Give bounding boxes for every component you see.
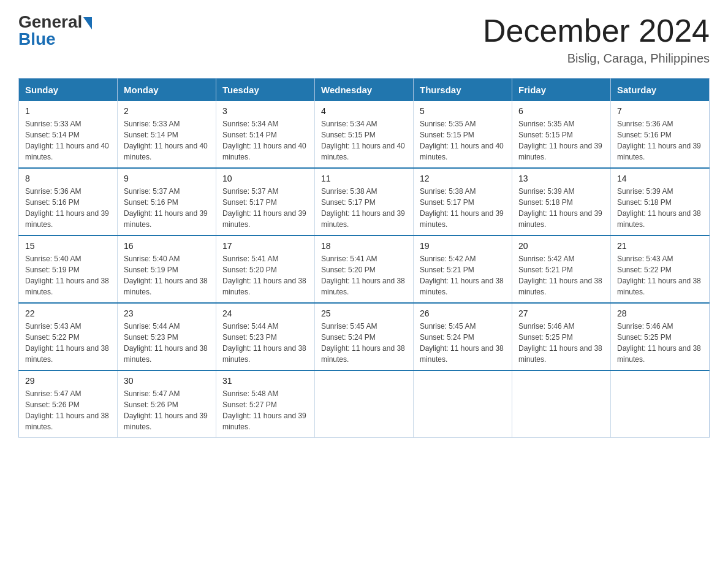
day-number: 18 [321,241,407,251]
calendar-cell: 15 Sunrise: 5:40 AMSunset: 5:19 PMDaylig… [19,236,118,303]
calendar-cell: 31 Sunrise: 5:48 AMSunset: 5:27 PMDaylig… [216,370,315,438]
calendar-cell: 23 Sunrise: 5:44 AMSunset: 5:23 PMDaylig… [118,303,216,370]
calendar-body: 1 Sunrise: 5:33 AMSunset: 5:14 PMDayligh… [19,101,710,438]
day-info: Sunrise: 5:41 AMSunset: 5:20 PMDaylight:… [222,255,306,296]
calendar-cell: 19 Sunrise: 5:42 AMSunset: 5:21 PMDaylig… [414,236,512,303]
day-info: Sunrise: 5:35 AMSunset: 5:15 PMDaylight:… [420,120,504,161]
calendar-cell: 11 Sunrise: 5:38 AMSunset: 5:17 PMDaylig… [315,168,414,236]
day-info: Sunrise: 5:40 AMSunset: 5:19 PMDaylight:… [124,255,208,296]
calendar-week-row: 1 Sunrise: 5:33 AMSunset: 5:14 PMDayligh… [19,101,710,168]
calendar-week-row: 22 Sunrise: 5:43 AMSunset: 5:22 PMDaylig… [19,303,710,370]
day-info: Sunrise: 5:44 AMSunset: 5:23 PMDaylight:… [124,322,208,364]
day-info: Sunrise: 5:39 AMSunset: 5:18 PMDaylight:… [518,187,602,229]
day-info: Sunrise: 5:48 AMSunset: 5:27 PMDaylight:… [222,389,306,431]
day-info: Sunrise: 5:34 AMSunset: 5:15 PMDaylight:… [321,120,405,161]
day-number: 9 [124,174,210,183]
day-number: 21 [617,241,703,251]
day-info: Sunrise: 5:36 AMSunset: 5:16 PMDaylight:… [25,187,109,229]
day-info: Sunrise: 5:46 AMSunset: 5:25 PMDaylight:… [617,322,701,364]
day-number: 10 [222,174,308,183]
day-info: Sunrise: 5:39 AMSunset: 5:18 PMDaylight:… [617,187,701,229]
day-info: Sunrise: 5:36 AMSunset: 5:16 PMDaylight:… [617,120,701,161]
day-number: 7 [617,106,703,116]
calendar-cell: 22 Sunrise: 5:43 AMSunset: 5:22 PMDaylig… [19,303,118,370]
calendar-cell: 9 Sunrise: 5:37 AMSunset: 5:16 PMDayligh… [118,168,216,236]
calendar-cell [611,370,710,438]
day-info: Sunrise: 5:38 AMSunset: 5:17 PMDaylight:… [321,187,405,229]
calendar-cell: 1 Sunrise: 5:33 AMSunset: 5:14 PMDayligh… [19,101,118,168]
day-number: 25 [321,308,407,318]
calendar-table: SundayMondayTuesdayWednesdayThursdayFrid… [18,78,710,438]
day-info: Sunrise: 5:34 AMSunset: 5:14 PMDaylight:… [222,120,306,161]
calendar-week-row: 15 Sunrise: 5:40 AMSunset: 5:19 PMDaylig… [19,236,710,303]
day-number: 2 [124,106,210,116]
calendar-cell: 10 Sunrise: 5:37 AMSunset: 5:17 PMDaylig… [216,168,315,236]
day-info: Sunrise: 5:47 AMSunset: 5:26 PMDaylight:… [124,389,208,431]
page-header: General Blue December 2024 Bislig, Carag… [18,12,710,66]
calendar-cell: 21 Sunrise: 5:43 AMSunset: 5:22 PMDaylig… [611,236,710,303]
day-info: Sunrise: 5:42 AMSunset: 5:21 PMDaylight:… [420,255,504,296]
day-number: 6 [518,106,604,116]
day-number: 16 [124,241,210,251]
calendar-cell: 13 Sunrise: 5:39 AMSunset: 5:18 PMDaylig… [512,168,611,236]
day-info: Sunrise: 5:45 AMSunset: 5:24 PMDaylight:… [321,322,405,364]
day-number: 26 [420,308,506,318]
calendar-cell [315,370,414,438]
day-number: 8 [25,174,111,183]
calendar-header: SundayMondayTuesdayWednesdayThursdayFrid… [19,79,710,102]
logo-arrow-icon [83,17,92,29]
day-number: 1 [25,106,111,116]
calendar-week-row: 8 Sunrise: 5:36 AMSunset: 5:16 PMDayligh… [19,168,710,236]
header-cell-monday: Monday [118,79,216,102]
calendar-cell: 20 Sunrise: 5:42 AMSunset: 5:21 PMDaylig… [512,236,611,303]
day-info: Sunrise: 5:41 AMSunset: 5:20 PMDaylight:… [321,255,405,296]
calendar-cell: 7 Sunrise: 5:36 AMSunset: 5:16 PMDayligh… [611,101,710,168]
title-section: December 2024 Bislig, Caraga, Philippine… [483,12,710,66]
day-number: 29 [25,376,111,386]
calendar-cell: 14 Sunrise: 5:39 AMSunset: 5:18 PMDaylig… [611,168,710,236]
day-info: Sunrise: 5:43 AMSunset: 5:22 PMDaylight:… [617,255,701,296]
day-number: 12 [420,174,506,183]
day-number: 4 [321,106,407,116]
day-number: 19 [420,241,506,251]
header-cell-tuesday: Tuesday [216,79,315,102]
header-cell-wednesday: Wednesday [315,79,414,102]
calendar-cell: 28 Sunrise: 5:46 AMSunset: 5:25 PMDaylig… [611,303,710,370]
calendar-cell: 17 Sunrise: 5:41 AMSunset: 5:20 PMDaylig… [216,236,315,303]
calendar-cell: 27 Sunrise: 5:46 AMSunset: 5:25 PMDaylig… [512,303,611,370]
day-number: 3 [222,106,308,116]
month-title: December 2024 [483,12,710,49]
day-number: 17 [222,241,308,251]
header-row: SundayMondayTuesdayWednesdayThursdayFrid… [19,79,710,102]
calendar-cell [414,370,512,438]
calendar-cell [512,370,611,438]
day-number: 31 [222,376,308,386]
logo-blue-text: Blue [18,29,56,49]
calendar-cell: 8 Sunrise: 5:36 AMSunset: 5:16 PMDayligh… [19,168,118,236]
day-info: Sunrise: 5:44 AMSunset: 5:23 PMDaylight:… [222,322,306,364]
header-cell-thursday: Thursday [414,79,512,102]
day-number: 20 [518,241,604,251]
calendar-cell: 18 Sunrise: 5:41 AMSunset: 5:20 PMDaylig… [315,236,414,303]
calendar-cell: 4 Sunrise: 5:34 AMSunset: 5:15 PMDayligh… [315,101,414,168]
day-number: 14 [617,174,703,183]
day-info: Sunrise: 5:47 AMSunset: 5:26 PMDaylight:… [25,389,109,431]
day-info: Sunrise: 5:35 AMSunset: 5:15 PMDaylight:… [518,120,602,161]
day-number: 11 [321,174,407,183]
day-number: 27 [518,308,604,318]
day-info: Sunrise: 5:38 AMSunset: 5:17 PMDaylight:… [420,187,504,229]
day-info: Sunrise: 5:40 AMSunset: 5:19 PMDaylight:… [25,255,109,296]
calendar-week-row: 29 Sunrise: 5:47 AMSunset: 5:26 PMDaylig… [19,370,710,438]
day-info: Sunrise: 5:37 AMSunset: 5:17 PMDaylight:… [222,187,306,229]
day-info: Sunrise: 5:45 AMSunset: 5:24 PMDaylight:… [420,322,504,364]
day-number: 5 [420,106,506,116]
header-cell-sunday: Sunday [19,79,118,102]
calendar-cell: 25 Sunrise: 5:45 AMSunset: 5:24 PMDaylig… [315,303,414,370]
header-cell-friday: Friday [512,79,611,102]
day-number: 23 [124,308,210,318]
day-number: 13 [518,174,604,183]
calendar-cell: 6 Sunrise: 5:35 AMSunset: 5:15 PMDayligh… [512,101,611,168]
calendar-cell: 26 Sunrise: 5:45 AMSunset: 5:24 PMDaylig… [414,303,512,370]
calendar-cell: 30 Sunrise: 5:47 AMSunset: 5:26 PMDaylig… [118,370,216,438]
day-number: 22 [25,308,111,318]
